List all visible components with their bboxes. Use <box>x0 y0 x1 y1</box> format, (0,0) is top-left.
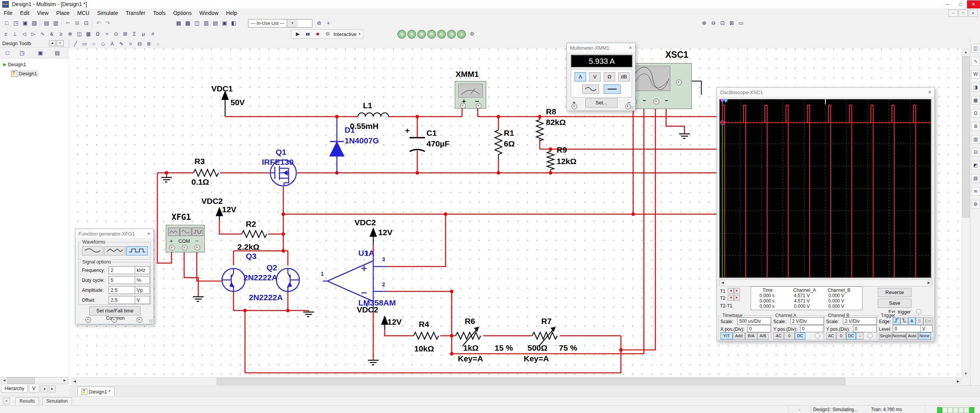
scroll-thumb[interactable] <box>7 377 35 384</box>
multimeter-plus-terminal[interactable] <box>572 104 577 109</box>
new-design-icon[interactable]: □ <box>3 49 12 57</box>
label-r7-key[interactable]: Key=A <box>524 354 549 363</box>
oscilloscope-close-icon[interactable]: × <box>928 89 931 95</box>
cha-ypos-value[interactable]: 0 <box>800 325 824 332</box>
place-connector-icon[interactable]: μ <box>139 30 148 38</box>
wattmeter-tool-icon[interactable]: W <box>971 70 980 79</box>
reverse-button[interactable]: Reverse <box>878 288 911 297</box>
zoom-in-icon[interactable]: ⊕ <box>700 19 709 28</box>
t1-right-icon[interactable]: ▶ <box>734 288 740 294</box>
text-tool-icon[interactable]: A <box>108 40 116 48</box>
rising-edge-button[interactable] <box>893 317 900 325</box>
chb-ac-button[interactable]: AC <box>826 332 836 340</box>
cha-dc-button[interactable]: DC <box>795 332 805 340</box>
hscroll-thumb[interactable] <box>217 378 845 385</box>
scroll-right-icon[interactable]: ▶ <box>62 377 68 384</box>
cut-icon[interactable]: ✂ <box>64 19 72 28</box>
label-q2-value[interactable]: 2N2222A <box>243 273 278 282</box>
line-tool-icon[interactable]: ╱ <box>71 40 80 48</box>
logic-converter-tool-icon[interactable]: ◩ <box>971 161 980 170</box>
mode-ohm-button[interactable]: Ω <box>604 72 615 81</box>
falling-edge-button[interactable] <box>900 317 908 325</box>
close-button[interactable]: ✕ <box>967 0 980 8</box>
toolbox-scrollbar[interactable]: ◀ ▶ <box>1 377 68 384</box>
spreadsheet-view-icon[interactable]: ▤ <box>211 19 220 28</box>
mode-volt-button[interactable]: V <box>589 72 601 81</box>
sine-waveform-button[interactable] <box>82 246 103 255</box>
comment-tool-icon[interactable]: ✎ <box>117 40 126 48</box>
function-generator-tool-icon[interactable]: ∿ <box>971 57 980 66</box>
mode-ampere-button[interactable]: A <box>575 72 586 81</box>
place-power-icon[interactable]: Ω <box>93 30 102 38</box>
panel-close-icon[interactable]: × <box>57 40 64 46</box>
multimeter-close-icon[interactable]: × <box>629 45 632 51</box>
save-icon[interactable]: ▣ <box>21 19 29 28</box>
place-misc-icon[interactable]: ≈ <box>103 30 111 38</box>
place-misc-digital-icon[interactable]: ⊕ <box>66 30 74 38</box>
square-waveform-button[interactable] <box>126 246 148 255</box>
cha-scale-value[interactable]: 2 V/Div <box>790 317 824 325</box>
maximize-button[interactable]: □ <box>954 0 967 8</box>
close-design-icon[interactable]: ▤ <box>53 49 62 57</box>
xfg1-minus-terminal[interactable] <box>194 245 200 250</box>
label-q3-value[interactable]: 2N2222A <box>249 293 283 302</box>
mode-db-button[interactable]: dB <box>618 72 630 81</box>
label-r8-value[interactable]: 82kΩ <box>546 118 566 127</box>
timebase-xpos-value[interactable]: 0 <box>747 325 771 332</box>
place-transistor-icon[interactable]: ▷ <box>29 30 38 38</box>
stop-simulation-button[interactable]: ■ <box>314 31 322 37</box>
place-analog-icon[interactable]: ∿ <box>38 30 47 38</box>
place-advanced-peripherals-icon[interactable]: ⊙ <box>112 30 120 38</box>
menu-options[interactable]: Options <box>169 9 195 17</box>
cha-ac-button[interactable]: AC <box>773 332 784 340</box>
place-rf-icon[interactable]: ⊞ <box>121 30 129 38</box>
chb-zero-button[interactable]: 0 <box>836 332 846 340</box>
word-generator-tool-icon[interactable]: ▥ <box>971 135 980 144</box>
label-q1[interactable]: Q1 <box>276 148 286 157</box>
xmm1-plus-terminal[interactable] <box>460 103 466 109</box>
scroll-left-icon[interactable]: ◀ <box>1 377 7 384</box>
canvas-vertical-scrollbar[interactable]: ▲ ▼ <box>962 49 970 377</box>
multimeter-window[interactable]: Multimeter-XMM1 × 5.933 A A V Ω dB + Set… <box>567 43 635 111</box>
ba-button[interactable]: B/A <box>745 332 757 340</box>
timebase-scale-value[interactable]: 500 us/Div <box>737 317 771 325</box>
undo-icon[interactable]: ↶ <box>94 19 103 28</box>
print-preview-icon[interactable]: ▥ <box>51 19 60 28</box>
tab-hierarchy[interactable]: Hierarchy <box>1 385 28 393</box>
multimeter-titlebar[interactable]: Multimeter-XMM1 × <box>567 43 635 53</box>
scroll-up-icon[interactable]: ▲ <box>962 49 969 55</box>
label-r6[interactable]: R6 <box>465 317 475 326</box>
place-cmos-icon[interactable]: ≥ <box>57 30 65 38</box>
copy-icon[interactable]: ⊞ <box>73 19 82 28</box>
frequency-input[interactable]: 2 <box>109 266 136 274</box>
set-rise-fall-button[interactable]: Set rise/Fall time <box>89 306 140 315</box>
menu-transfer[interactable]: Transfer <box>122 9 149 17</box>
digital-probe-icon[interactable]: t <box>457 30 466 39</box>
label-vdc2a-value[interactable]: 12V <box>222 205 236 214</box>
fgen-titlebar[interactable]: Function generator-XFG1 × <box>75 229 154 239</box>
cha-zero-button[interactable]: 0 <box>784 332 795 340</box>
print-icon[interactable]: ▤ <box>42 19 51 28</box>
full-screen-icon[interactable]: ▭ <box>737 19 745 28</box>
label-vdc2c-value[interactable]: 12V <box>387 317 402 327</box>
polygon-tool-icon[interactable]: ◇ <box>99 40 107 48</box>
show-border-icon[interactable]: ▩ <box>183 19 192 28</box>
place-mixed-icon[interactable]: ◫ <box>75 30 83 38</box>
mdi-minimize-button[interactable]: ─ <box>949 10 958 17</box>
canvas-horizontal-scrollbar[interactable]: ◀ ▶ <box>71 377 962 385</box>
ext-trigger-radio[interactable] <box>916 309 921 314</box>
normal-button[interactable]: Normal <box>892 332 906 340</box>
snippet-icon[interactable]: ▧ <box>30 19 39 28</box>
label-c1-value[interactable]: 470µF <box>426 139 449 148</box>
menu-view[interactable]: View <box>33 9 52 17</box>
multimeter-minus-terminal[interactable] <box>625 104 631 109</box>
menu-window[interactable]: Window <box>196 9 222 17</box>
distortion-analyzer-tool-icon[interactable]: ≋ <box>971 187 980 196</box>
label-r8[interactable]: R8 <box>546 107 556 116</box>
spreadsheet-close-icon[interactable]: × <box>3 398 10 404</box>
tabs-scroll-left-icon[interactable]: ◀ <box>41 385 47 392</box>
interactive-dropdown-icon[interactable]: ▾ <box>359 32 361 36</box>
fgen-minus-terminal[interactable] <box>137 317 142 323</box>
frequency-unit[interactable]: kHz <box>135 266 150 274</box>
run-simulation-button[interactable]: ▶ <box>294 31 302 37</box>
